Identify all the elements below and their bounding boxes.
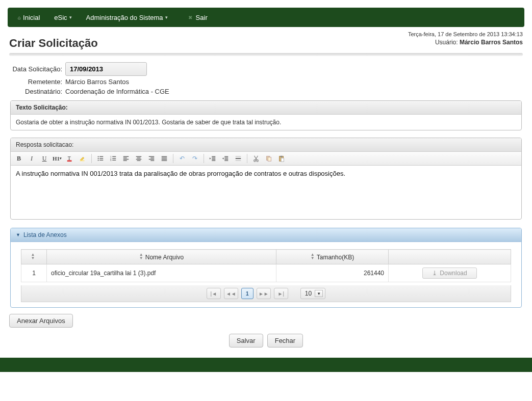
attach-files-button[interactable]: Anexar Arquivos xyxy=(9,314,73,328)
svg-rect-21 xyxy=(136,159,142,159)
separator xyxy=(247,154,247,163)
status-user-label: Usuário: xyxy=(435,39,458,46)
attachments-header[interactable]: ▼ Lista de Anexos xyxy=(11,228,521,242)
svg-rect-15 xyxy=(123,156,129,157)
sort-icon: ▲▼ xyxy=(31,253,35,260)
list-ol-icon: 123 xyxy=(110,155,117,162)
request-text-body: Gostaria de obter a instrução normativa … xyxy=(11,115,521,130)
svg-rect-18 xyxy=(123,161,127,161)
heading-button[interactable]: H1▾ xyxy=(52,153,62,164)
redo-button[interactable]: ↷ xyxy=(190,153,200,164)
attachments-table: ▲▼ ▲▼Nome Arquivo ▲▼Tamanho(KB) 1 oficio… xyxy=(21,249,511,282)
align-left-button[interactable] xyxy=(121,153,131,164)
unordered-list-button[interactable] xyxy=(95,153,106,164)
bold-button[interactable]: B xyxy=(14,153,24,164)
nav-home-label: Inicial xyxy=(23,14,40,21)
col-size[interactable]: ▲▼Tamanho(KB) xyxy=(276,250,389,264)
sender-value: Márcio Barros Santos xyxy=(65,78,129,86)
undo-button[interactable]: ↶ xyxy=(177,153,187,164)
pager-prev[interactable]: ◄◄ xyxy=(224,288,238,299)
request-info: Data Solicitação: Remetente: Márcio Barr… xyxy=(9,62,523,95)
date-input[interactable] xyxy=(65,62,147,76)
ordered-list-button[interactable]: 123 xyxy=(108,153,118,164)
editor-toolbar: B I U H1▾ T 123 xyxy=(11,152,521,166)
align-center-button[interactable] xyxy=(134,153,144,164)
font-color-icon: T xyxy=(66,155,73,162)
svg-text:T: T xyxy=(68,155,71,161)
download-icon: ⤓ xyxy=(432,270,437,277)
chevron-down-icon: ▼ xyxy=(315,290,323,297)
cell-size: 261440 xyxy=(276,264,389,282)
close-button[interactable]: Fechar xyxy=(267,334,303,347)
col-name[interactable]: ▲▼Nome Arquivo xyxy=(47,250,276,264)
pager-next[interactable]: ►► xyxy=(257,288,271,299)
nav-esic-label: eSic xyxy=(54,14,67,21)
response-panel: Resposta solicitacao: B I U H1▾ T 123 xyxy=(10,138,522,220)
home-icon: ⌂ xyxy=(18,15,21,20)
pager-page-current[interactable]: 1 xyxy=(241,288,254,299)
svg-rect-31 xyxy=(212,156,215,157)
svg-rect-28 xyxy=(162,157,167,158)
separator xyxy=(204,154,204,163)
copy-button[interactable] xyxy=(264,153,274,164)
svg-rect-8 xyxy=(99,160,103,161)
highlight-button[interactable] xyxy=(78,153,88,164)
request-text-header: Texto Solicitação: xyxy=(11,101,521,115)
outdent-icon xyxy=(209,155,216,162)
paste-button[interactable] xyxy=(276,153,287,164)
nav-home[interactable]: ⌂ Inicial xyxy=(11,14,47,21)
date-label: Data Solicitação: xyxy=(9,65,65,73)
svg-rect-48 xyxy=(281,158,284,162)
svg-rect-26 xyxy=(150,161,154,161)
download-label: Download xyxy=(440,270,467,277)
outdent-button[interactable] xyxy=(208,153,218,164)
align-justify-icon xyxy=(161,155,168,162)
request-text-panel: Texto Solicitação: Gostaria de obter a i… xyxy=(10,100,522,130)
svg-rect-4 xyxy=(99,156,103,157)
close-icon: ✖ xyxy=(188,15,192,20)
svg-rect-37 xyxy=(224,159,228,159)
response-editor[interactable]: A instrução normativa IN 001/2013 trata … xyxy=(11,166,521,219)
hr-button[interactable] xyxy=(233,153,243,164)
save-button[interactable]: Salvar xyxy=(229,334,263,347)
highlight-icon xyxy=(79,155,86,162)
align-right-button[interactable] xyxy=(146,153,157,164)
top-nav: ⌂ Inicial eSic ▾ Administração do Sistem… xyxy=(8,8,524,27)
pager: |◄ ◄◄ 1 ►► ►| 10 ▼ xyxy=(21,285,511,302)
svg-rect-32 xyxy=(212,157,215,158)
nav-admin[interactable]: Administração do Sistema ▾ xyxy=(79,14,175,21)
pager-first[interactable]: |◄ xyxy=(207,288,221,299)
svg-rect-29 xyxy=(162,159,167,159)
font-color-button[interactable]: T xyxy=(65,153,75,164)
list-ul-icon xyxy=(97,155,104,162)
svg-rect-2 xyxy=(80,161,85,162)
italic-button[interactable]: I xyxy=(27,153,37,164)
align-justify-button[interactable] xyxy=(159,153,169,164)
nav-esic[interactable]: eSic ▾ xyxy=(47,14,79,21)
col-index[interactable]: ▲▼ xyxy=(21,250,47,264)
cut-button[interactable] xyxy=(251,153,261,164)
chevron-down-icon: ▾ xyxy=(165,15,168,20)
svg-point-7 xyxy=(98,159,99,161)
cell-index: 1 xyxy=(21,264,47,282)
separator xyxy=(173,154,173,163)
svg-rect-22 xyxy=(137,161,141,161)
attachments-panel: ▼ Lista de Anexos ▲▼ ▲▼Nome Arquivo ▲▼Ta… xyxy=(10,228,522,308)
svg-point-3 xyxy=(98,156,99,157)
underline-button[interactable]: U xyxy=(39,153,49,164)
svg-rect-17 xyxy=(123,159,129,159)
nav-exit[interactable]: ✖ Sair xyxy=(181,14,215,21)
pager-last[interactable]: ►| xyxy=(274,288,288,299)
attachments-header-label: Lista de Anexos xyxy=(23,231,67,238)
svg-rect-45 xyxy=(268,157,271,161)
svg-rect-41 xyxy=(236,161,241,161)
align-right-icon xyxy=(148,155,155,162)
svg-rect-39 xyxy=(236,156,241,157)
svg-rect-20 xyxy=(137,157,141,158)
collapse-icon: ▼ xyxy=(16,232,20,237)
indent-button[interactable] xyxy=(220,153,231,164)
pager-pagesize-select[interactable]: 10 ▼ xyxy=(300,288,325,299)
hr-icon xyxy=(235,155,242,162)
download-button[interactable]: ⤓ Download xyxy=(422,268,476,279)
svg-rect-35 xyxy=(224,156,228,157)
